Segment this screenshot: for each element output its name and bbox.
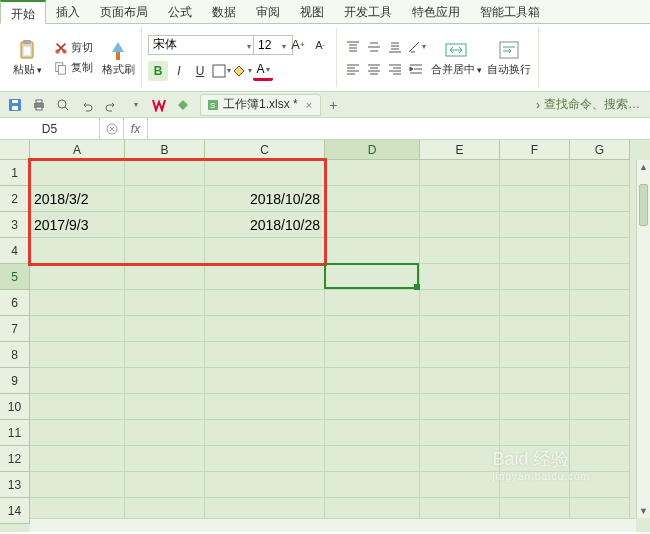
cell[interactable] <box>420 368 500 394</box>
cell[interactable] <box>500 212 570 238</box>
underline-button[interactable]: U <box>190 61 210 81</box>
cell[interactable] <box>30 446 125 472</box>
cell[interactable] <box>325 446 420 472</box>
align-middle-button[interactable] <box>364 37 384 57</box>
cell[interactable] <box>500 290 570 316</box>
horizontal-scrollbar[interactable] <box>30 518 636 532</box>
row-header[interactable]: 4 <box>0 238 30 264</box>
cell[interactable] <box>325 186 420 212</box>
ribbon-tab[interactable]: 视图 <box>290 0 334 23</box>
cell[interactable] <box>325 368 420 394</box>
cell[interactable] <box>420 290 500 316</box>
cell[interactable] <box>420 160 500 186</box>
cell[interactable] <box>500 186 570 212</box>
cell[interactable] <box>125 472 205 498</box>
scroll-thumb[interactable] <box>639 184 648 226</box>
cell[interactable] <box>500 420 570 446</box>
cell[interactable] <box>125 368 205 394</box>
scroll-up-button[interactable]: ▲ <box>637 160 650 174</box>
cell[interactable] <box>420 212 500 238</box>
cell[interactable] <box>30 264 125 290</box>
cell[interactable]: 2018/10/28 <box>205 186 325 212</box>
cell[interactable] <box>570 316 630 342</box>
align-bottom-button[interactable] <box>385 37 405 57</box>
scroll-down-button[interactable]: ▼ <box>637 504 650 518</box>
decrease-font-button[interactable]: A- <box>310 35 330 55</box>
align-top-button[interactable] <box>343 37 363 57</box>
row-header[interactable]: 2 <box>0 186 30 212</box>
row-header[interactable]: 10 <box>0 394 30 420</box>
cell[interactable] <box>325 342 420 368</box>
formula-input[interactable] <box>148 118 650 139</box>
row-header[interactable]: 1 <box>0 160 30 186</box>
cell[interactable] <box>30 238 125 264</box>
row-header[interactable]: 8 <box>0 342 30 368</box>
cell[interactable] <box>125 446 205 472</box>
cell[interactable] <box>125 420 205 446</box>
row-header[interactable]: 9 <box>0 368 30 394</box>
row-header[interactable]: 6 <box>0 290 30 316</box>
cell[interactable] <box>570 420 630 446</box>
cell[interactable] <box>500 316 570 342</box>
ribbon-tab[interactable]: 审阅 <box>246 0 290 23</box>
column-header[interactable]: D <box>325 140 420 160</box>
close-tab-button[interactable]: × <box>306 99 312 111</box>
cell[interactable] <box>325 316 420 342</box>
undo-button[interactable] <box>76 95 98 115</box>
cell[interactable] <box>325 238 420 264</box>
cell[interactable] <box>325 394 420 420</box>
cell[interactable] <box>30 472 125 498</box>
increase-font-button[interactable]: A+ <box>288 35 308 55</box>
cell[interactable] <box>125 264 205 290</box>
cell[interactable] <box>125 394 205 420</box>
cell[interactable] <box>420 394 500 420</box>
preview-button[interactable] <box>52 95 74 115</box>
column-header[interactable]: E <box>420 140 500 160</box>
new-tab-button[interactable]: + <box>329 97 337 113</box>
cell[interactable] <box>125 160 205 186</box>
cell[interactable] <box>570 290 630 316</box>
border-button[interactable] <box>211 61 231 81</box>
cell[interactable] <box>205 368 325 394</box>
bold-button[interactable]: B <box>148 61 168 81</box>
cell[interactable] <box>570 342 630 368</box>
cell[interactable] <box>205 290 325 316</box>
ribbon-tab[interactable]: 开始 <box>0 0 46 24</box>
cell[interactable] <box>205 316 325 342</box>
ribbon-tab[interactable]: 插入 <box>46 0 90 23</box>
column-header[interactable]: F <box>500 140 570 160</box>
cell[interactable] <box>420 186 500 212</box>
cell[interactable] <box>570 368 630 394</box>
row-header[interactable]: 3 <box>0 212 30 238</box>
cell[interactable] <box>205 394 325 420</box>
cell[interactable]: 2017/9/3 <box>30 212 125 238</box>
cell[interactable] <box>30 394 125 420</box>
cell[interactable] <box>500 160 570 186</box>
cell[interactable] <box>325 290 420 316</box>
cell[interactable] <box>570 472 630 498</box>
cell[interactable]: 2018/3/2 <box>30 186 125 212</box>
document-tab[interactable]: S 工作簿1.xlsx * × <box>200 94 321 116</box>
ribbon-tab[interactable]: 开发工具 <box>334 0 402 23</box>
cell[interactable] <box>125 186 205 212</box>
cell[interactable] <box>205 420 325 446</box>
cell[interactable] <box>325 212 420 238</box>
cell[interactable] <box>500 238 570 264</box>
qat-customize[interactable] <box>124 95 146 115</box>
ribbon-tab[interactable]: 公式 <box>158 0 202 23</box>
cell[interactable] <box>570 394 630 420</box>
cell[interactable] <box>205 472 325 498</box>
align-left-button[interactable] <box>343 59 363 79</box>
cell[interactable] <box>420 472 500 498</box>
print-button[interactable] <box>28 95 50 115</box>
orientation-button[interactable] <box>406 37 426 57</box>
search-command-button[interactable]: › 查找命令、搜索… <box>530 94 646 115</box>
cell[interactable] <box>30 368 125 394</box>
cell[interactable] <box>570 186 630 212</box>
cell[interactable] <box>30 316 125 342</box>
font-name-select[interactable] <box>148 35 258 55</box>
font-size-select[interactable] <box>253 35 293 55</box>
cell[interactable] <box>570 446 630 472</box>
insert-function-button[interactable]: fx <box>124 118 148 139</box>
cell[interactable] <box>125 212 205 238</box>
